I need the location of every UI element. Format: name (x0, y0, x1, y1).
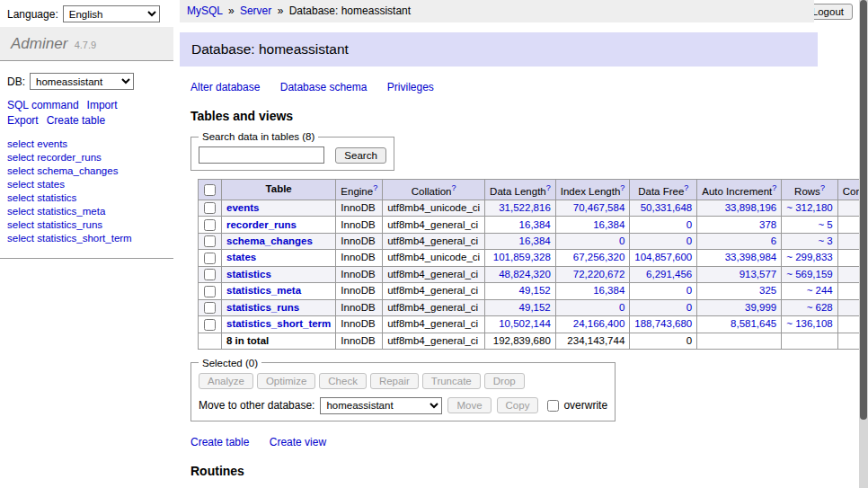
help-link[interactable]: ? (684, 183, 688, 192)
data-free-link[interactable]: 104,857,600 (634, 252, 692, 262)
auto-increment-link[interactable]: 913,577 (740, 269, 777, 279)
rows-link[interactable]: ~ 569,159 (786, 269, 832, 279)
data-length-link[interactable]: 10,502,144 (499, 318, 551, 329)
data-length-link[interactable]: 48,824,320 (499, 269, 551, 279)
sidebar-select-states[interactable]: select states (7, 179, 65, 190)
index-length-link[interactable]: 0 (619, 235, 624, 246)
table-name-link[interactable]: events (226, 202, 259, 213)
auto-increment-link[interactable]: 6 (771, 235, 776, 246)
row-checkbox[interactable] (204, 319, 216, 331)
help-link[interactable]: ? (373, 183, 377, 192)
export-link[interactable]: Export (7, 114, 39, 127)
table-name-link[interactable]: statistics_runs (226, 302, 299, 313)
rows-link[interactable]: ~ 628 (807, 302, 833, 313)
row-checkbox[interactable] (204, 235, 216, 247)
create-view-link[interactable]: Create view (270, 436, 326, 448)
row-checkbox[interactable] (204, 302, 216, 314)
sidebar-select-statistics[interactable]: select statistics (7, 192, 76, 203)
help-link[interactable]: ? (772, 183, 776, 192)
data-length-link[interactable]: 16,384 (519, 219, 551, 230)
sidebar-select-statistics-short-term[interactable]: select statistics_short_term (7, 233, 132, 244)
rows-link[interactable]: ~ 312,180 (786, 202, 832, 213)
index-length-link[interactable]: 72,220,672 (573, 269, 625, 279)
language-select[interactable]: English (63, 5, 160, 22)
breadcrumb-server-link[interactable]: Server (240, 4, 271, 17)
row-checkbox[interactable] (204, 253, 216, 264)
rows-link[interactable]: ~ 244 (807, 285, 833, 296)
table-name-link[interactable]: statistics_short_term (226, 318, 331, 329)
data-free-link[interactable]: 0 (686, 285, 692, 296)
check-button[interactable]: Check (319, 373, 367, 389)
adminer-logo[interactable]: Adminer (11, 35, 67, 52)
sidebar-select-events[interactable]: select events (7, 138, 67, 149)
data-length-link[interactable]: 49,152 (519, 302, 551, 313)
rows-link[interactable]: ~ 136,108 (786, 318, 832, 329)
table-name-link[interactable]: statistics (226, 269, 271, 279)
move-button[interactable]: Move (447, 397, 491, 413)
table-name-link[interactable]: statistics_meta (226, 285, 301, 296)
overwrite-checkbox[interactable] (547, 400, 559, 412)
create-table-link[interactable]: Create table (190, 436, 249, 448)
alter-database-link[interactable]: Alter database (190, 81, 260, 93)
search-input[interactable] (199, 146, 324, 164)
sidebar-select-statistics-runs[interactable]: select statistics_runs (7, 219, 102, 230)
table-name-link[interactable]: states (226, 252, 256, 262)
auto-increment-link[interactable]: 33,898,196 (725, 202, 777, 213)
row-checkbox[interactable] (204, 286, 216, 297)
data-free-link[interactable]: 0 (686, 219, 692, 230)
index-length-link[interactable]: 0 (619, 302, 624, 313)
auto-increment-link[interactable]: 8,581,645 (731, 318, 776, 329)
row-checkbox[interactable] (204, 202, 216, 214)
row-checkbox[interactable] (204, 269, 216, 280)
rows-link[interactable]: ~ 3 (818, 235, 832, 246)
table-name-link[interactable]: recorder_runs (226, 219, 297, 230)
index-length-link[interactable]: 70,467,584 (573, 202, 625, 213)
search-button[interactable]: Search (335, 147, 385, 164)
rows-link[interactable]: ~ 299,833 (786, 252, 832, 262)
privileges-link[interactable]: Privileges (387, 81, 434, 93)
rows-link[interactable]: ~ 5 (818, 219, 832, 230)
sidebar-select-recorder-runs[interactable]: select recorder_runs (7, 152, 102, 163)
data-free-link[interactable]: 6,291,456 (646, 269, 692, 279)
table-name-link[interactable]: schema_changes (226, 235, 313, 246)
auto-increment-link[interactable]: 39,999 (745, 302, 776, 313)
import-link[interactable]: Import (87, 99, 118, 111)
auto-increment-link[interactable]: 33,398,984 (725, 252, 777, 262)
sidebar-select-schema-changes[interactable]: select schema_changes (7, 165, 118, 176)
data-length-link[interactable]: 101,859,328 (493, 252, 551, 262)
index-length-link[interactable]: 67,256,320 (573, 252, 625, 262)
repair-button[interactable]: Repair (370, 373, 419, 389)
auto-increment-link[interactable]: 378 (759, 219, 776, 230)
data-length-link[interactable]: 49,152 (519, 285, 551, 296)
index-length-link[interactable]: 24,166,400 (573, 318, 625, 329)
move-database-select[interactable]: homeassistant (320, 397, 442, 414)
sidebar-select-statistics-meta[interactable]: select statistics_meta (7, 206, 105, 217)
data-free-link[interactable]: 50,331,648 (641, 202, 693, 213)
breadcrumb-mysql-link[interactable]: MySQL (187, 4, 223, 17)
index-length-link[interactable]: 16,384 (593, 219, 624, 230)
data-free-link[interactable]: 0 (686, 302, 692, 313)
truncate-button[interactable]: Truncate (422, 373, 481, 389)
scrollbar[interactable] (859, 0, 868, 488)
create-table-link-sidebar[interactable]: Create table (47, 114, 105, 127)
help-link[interactable]: ? (820, 183, 825, 192)
help-link[interactable]: ? (546, 183, 551, 192)
select-all-checkbox[interactable] (204, 184, 216, 196)
help-link[interactable]: ? (451, 183, 456, 192)
analyze-button[interactable]: Analyze (199, 373, 253, 389)
optimize-button[interactable]: Optimize (257, 373, 315, 389)
index-length-link[interactable]: 16,384 (593, 285, 624, 296)
scrollbar-thumb[interactable] (860, 0, 867, 420)
database-schema-link[interactable]: Database schema (280, 81, 368, 93)
sql-command-link[interactable]: SQL command (7, 99, 79, 111)
row-checkbox[interactable] (204, 219, 216, 231)
db-select[interactable]: homeassistant (30, 73, 134, 90)
help-link[interactable]: ? (620, 183, 624, 192)
data-free-link[interactable]: 0 (686, 235, 692, 246)
data-length-link[interactable]: 16,384 (519, 235, 551, 246)
data-length-link[interactable]: 31,522,816 (499, 202, 551, 213)
auto-increment-link[interactable]: 325 (759, 285, 776, 296)
drop-button[interactable]: Drop (484, 373, 525, 389)
copy-button[interactable]: Copy (497, 397, 539, 413)
data-free-link[interactable]: 188,743,680 (634, 318, 692, 329)
